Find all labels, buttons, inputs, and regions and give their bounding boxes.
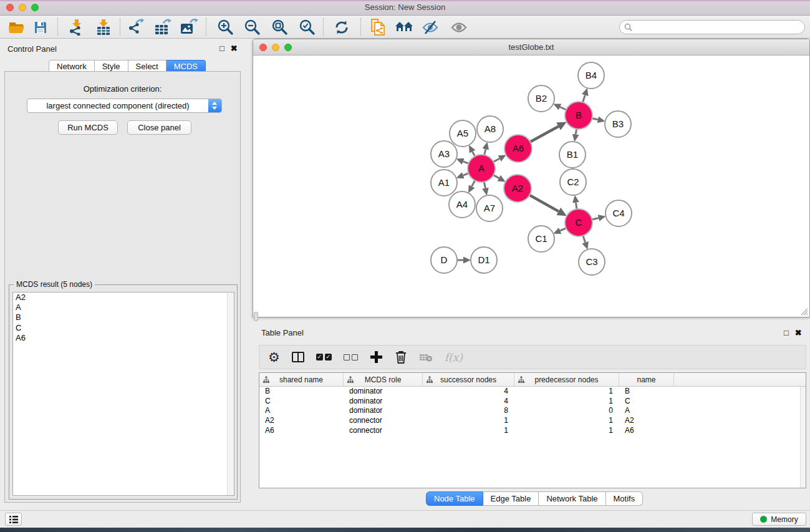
splitter-handle[interactable]: [254, 312, 258, 321]
tab-motifs[interactable]: Motifs: [606, 491, 644, 506]
table-row[interactable]: Bdominator41B: [259, 387, 806, 397]
search-input[interactable]: [635, 22, 804, 33]
graph-node-D1[interactable]: D1: [471, 247, 497, 273]
table-row[interactable]: Cdominator41C: [259, 397, 806, 407]
column-header-shared-name[interactable]: shared name: [259, 373, 344, 386]
minimize-traffic-light[interactable]: [19, 4, 26, 11]
close-panel-button[interactable]: Close panel: [127, 120, 191, 135]
float-table-panel-icon[interactable]: □: [784, 328, 789, 337]
cell-name[interactable]: A6: [619, 426, 674, 436]
graph-node-B[interactable]: B: [565, 102, 592, 129]
table-row[interactable]: Adominator80A: [259, 406, 806, 416]
cell-name[interactable]: A2: [619, 416, 674, 426]
export-network-icon[interactable]: [125, 17, 147, 37]
cell-shared-name[interactable]: C: [259, 397, 344, 407]
mcds-result-item[interactable]: C: [13, 323, 234, 333]
zoom-selected-icon[interactable]: [296, 17, 317, 37]
tab-mcds[interactable]: MCDS: [166, 60, 206, 72]
network-close-traffic-light[interactable]: [259, 44, 267, 51]
tab-edge-table[interactable]: Edge Table: [483, 491, 539, 506]
network-minimize-traffic-light[interactable]: [272, 44, 279, 51]
search-field[interactable]: [619, 20, 805, 34]
cell-name[interactable]: C: [619, 397, 674, 407]
function-builder-icon[interactable]: f(x): [445, 349, 463, 365]
mcds-result-list[interactable]: A2ABCA6: [12, 292, 234, 496]
cell-predecessor-nodes[interactable]: 1: [514, 426, 619, 436]
import-network-icon[interactable]: [65, 17, 87, 37]
export-table-icon[interactable]: [152, 17, 173, 37]
export-image-icon[interactable]: [178, 17, 200, 37]
tab-node-table[interactable]: Node Table: [426, 491, 483, 506]
graph-node-A5[interactable]: A5: [450, 120, 476, 147]
show-graphics-details-icon[interactable]: [448, 17, 470, 37]
graph-node-A2[interactable]: A2: [504, 175, 531, 202]
graph-node-A7[interactable]: A7: [476, 195, 503, 221]
graph-node-D[interactable]: D: [431, 247, 457, 273]
graph-node-A6[interactable]: A6: [504, 135, 532, 162]
tab-select[interactable]: Select: [128, 60, 166, 72]
criterion-dropdown[interactable]: largest connected component (directed): [27, 99, 222, 113]
run-mcds-button[interactable]: Run MCDS: [58, 120, 118, 135]
graph-node-B3[interactable]: B3: [605, 111, 631, 137]
close-traffic-light[interactable]: [6, 4, 14, 11]
cell-successor-nodes[interactable]: 1: [423, 416, 514, 426]
graph-node-C3[interactable]: C3: [579, 249, 605, 275]
table-settings-gear-icon[interactable]: ⚙: [268, 349, 280, 365]
hide-graphics-details-icon[interactable]: [420, 17, 441, 37]
cell-predecessor-nodes[interactable]: 1: [514, 397, 619, 407]
close-table-panel-icon[interactable]: ✖: [795, 328, 802, 337]
cell-successor-nodes[interactable]: 4: [423, 397, 514, 407]
cell-name[interactable]: B: [619, 387, 674, 397]
column-header-successor-nodes[interactable]: successor nodes: [423, 373, 514, 386]
graph-node-A1[interactable]: A1: [431, 170, 457, 196]
mcds-result-item[interactable]: A: [13, 302, 234, 312]
deselect-all-columns-icon[interactable]: [344, 349, 358, 365]
network-window-titlebar[interactable]: testGlobe.txt: [253, 39, 809, 56]
cell-MCDS-role[interactable]: dominator: [344, 406, 423, 416]
cell-successor-nodes[interactable]: 1: [423, 426, 514, 436]
home-networks-icon[interactable]: [393, 17, 415, 37]
zoom-in-icon[interactable]: [215, 17, 236, 37]
table-scrollbar[interactable]: [800, 387, 806, 488]
tab-network[interactable]: Network: [49, 60, 95, 72]
cell-MCDS-role[interactable]: dominator: [344, 387, 423, 397]
network-zoom-traffic-light[interactable]: [284, 44, 292, 51]
mcds-result-item[interactable]: A2: [13, 293, 234, 302]
column-header-name[interactable]: name: [619, 373, 674, 386]
delete-column-icon[interactable]: [395, 349, 407, 365]
close-panel-icon[interactable]: ✖: [231, 44, 238, 53]
tab-network-table[interactable]: Network Table: [539, 491, 605, 506]
network-canvas[interactable]: B4B2BB3A5A8A6B1A3AC2A1A2A4A7C4CC1C3DD1: [253, 56, 809, 317]
result-list-scrollbar[interactable]: [227, 293, 234, 495]
column-header-predecessor-nodes[interactable]: predecessor nodes: [514, 373, 619, 386]
mcds-result-item[interactable]: A6: [13, 333, 234, 343]
tab-style[interactable]: Style: [95, 60, 128, 72]
new-network-from-file-icon[interactable]: [367, 17, 388, 37]
zoom-traffic-light[interactable]: [31, 4, 39, 11]
zoom-fit-icon[interactable]: [269, 17, 290, 37]
cell-MCDS-role[interactable]: dominator: [344, 397, 423, 407]
table-row[interactable]: A6connector11A6: [259, 426, 806, 436]
cell-shared-name[interactable]: A6: [259, 426, 344, 436]
cell-shared-name[interactable]: A: [259, 406, 344, 416]
cell-successor-nodes[interactable]: 4: [423, 387, 514, 397]
task-history-button[interactable]: [5, 513, 22, 526]
column-header-MCDS-role[interactable]: MCDS role: [344, 373, 423, 386]
select-all-columns-icon[interactable]: ✓✓: [316, 349, 332, 365]
graph-node-C1[interactable]: C1: [528, 226, 554, 252]
import-table-icon[interactable]: [93, 17, 114, 37]
cell-name[interactable]: A: [619, 406, 674, 416]
graph-node-B2[interactable]: B2: [528, 85, 554, 112]
refresh-icon[interactable]: [331, 17, 352, 37]
graph-node-B4[interactable]: B4: [578, 62, 604, 89]
show-columns-icon[interactable]: [292, 349, 304, 365]
cell-predecessor-nodes[interactable]: 1: [514, 416, 619, 426]
table-row[interactable]: A2connector11A2: [259, 416, 806, 426]
cell-shared-name[interactable]: A2: [259, 416, 344, 426]
graph-node-B1[interactable]: B1: [559, 142, 586, 168]
mcds-result-item[interactable]: B: [13, 312, 234, 322]
graph-node-C2[interactable]: C2: [560, 169, 586, 195]
float-panel-icon[interactable]: □: [219, 44, 224, 53]
graph-node-A3[interactable]: A3: [431, 141, 457, 167]
zoom-out-icon[interactable]: [241, 17, 263, 37]
